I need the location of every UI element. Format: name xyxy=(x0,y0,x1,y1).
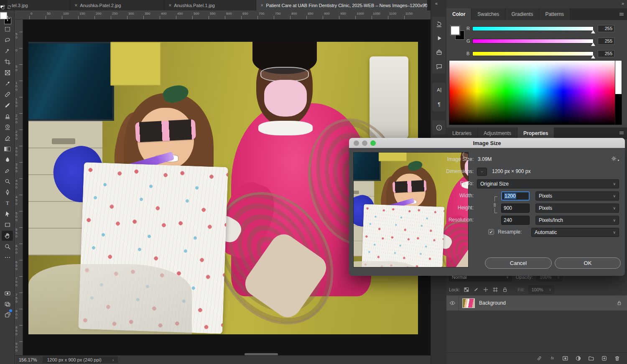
red-channel-value[interactable]: 255 xyxy=(598,25,614,32)
tab-patterns[interactable]: Patterns xyxy=(539,8,570,20)
foreground-color-swatch[interactable] xyxy=(0,12,7,19)
path-select-tool[interactable] xyxy=(2,209,13,219)
link-icon[interactable] xyxy=(536,355,543,361)
document-tab-2[interactable]: ×Anushka-Patel.2.jpg xyxy=(70,0,164,10)
eyedropper-tool[interactable] xyxy=(2,79,13,89)
tab-color[interactable]: Color xyxy=(446,8,472,20)
collapse-panels-icon[interactable]: » xyxy=(622,1,624,6)
tab-close-icon[interactable]: × xyxy=(260,3,263,8)
shape-tool[interactable] xyxy=(2,220,13,230)
color-spectrum-picker[interactable] xyxy=(449,60,622,125)
ellipsis-tool[interactable] xyxy=(2,252,13,262)
swap-colors-icon[interactable] xyxy=(7,5,12,10)
tab-adjustments[interactable]: Adjustments xyxy=(478,127,517,139)
lock-checker-icon[interactable] xyxy=(464,287,469,293)
green-channel-value[interactable]: 255 xyxy=(598,38,614,45)
color-panel-menu-icon[interactable] xyxy=(619,12,624,17)
comments-icon[interactable] xyxy=(435,62,443,71)
marquee-tool[interactable] xyxy=(2,24,13,34)
grayscale-ramp[interactable] xyxy=(615,61,622,125)
eraser-tool[interactable] xyxy=(2,133,13,143)
actions-icon[interactable] xyxy=(435,34,443,42)
status-chevron-icon[interactable]: › xyxy=(112,357,114,362)
character-icon[interactable]: A xyxy=(435,86,443,94)
dodge-tool[interactable] xyxy=(2,176,13,186)
tab-swatches[interactable]: Swatches xyxy=(472,8,505,20)
type-tool[interactable]: T xyxy=(2,198,13,208)
red-channel-slider[interactable] xyxy=(472,26,594,31)
window-close-icon[interactable] xyxy=(354,140,359,146)
tab-overflow-right-icon[interactable]: » xyxy=(421,2,429,7)
green-channel-slider[interactable] xyxy=(472,39,594,43)
gradient-tool[interactable] xyxy=(2,144,13,154)
share-button[interactable] xyxy=(2,310,13,320)
red-slider-handle[interactable] xyxy=(591,30,595,33)
resolution-unit-dropdown[interactable]: Pixels/Inch∨ xyxy=(535,216,619,225)
tab-properties[interactable]: Properties xyxy=(517,127,554,139)
blur-tool[interactable] xyxy=(2,155,13,165)
link-dimensions-icon[interactable] xyxy=(491,201,498,208)
smudge-tool[interactable] xyxy=(2,165,13,176)
ok-button[interactable]: OK xyxy=(555,257,621,269)
resample-dropdown[interactable]: Automatic∨ xyxy=(531,228,619,237)
screen-mode-button[interactable] xyxy=(2,299,13,309)
lock-brush-small-icon[interactable] xyxy=(473,287,479,293)
tab-close-icon[interactable]: × xyxy=(168,3,171,8)
dialog-options-gear-icon[interactable] xyxy=(611,155,619,162)
document-tab-1[interactable]: tel.3.jpg xyxy=(8,0,70,10)
fill-dropdown[interactable]: 100%∨ xyxy=(528,285,554,294)
green-slider-handle[interactable] xyxy=(591,43,595,46)
fx-icon[interactable]: fx xyxy=(549,355,556,361)
healing-tool[interactable] xyxy=(2,89,13,99)
window-zoom-icon[interactable] xyxy=(370,140,376,146)
history-icon[interactable] xyxy=(435,20,443,28)
zoom-level-field[interactable]: 156.17% xyxy=(19,357,37,362)
window-minimize-icon[interactable] xyxy=(362,140,367,146)
blue-channel-slider[interactable] xyxy=(472,51,594,56)
wand-tool[interactable] xyxy=(2,46,13,56)
zoom-tool[interactable] xyxy=(2,242,13,252)
tab-libraries[interactable]: Libraries xyxy=(446,127,478,139)
panel-foreground-swatch[interactable] xyxy=(451,26,460,35)
brush-tool[interactable] xyxy=(2,100,13,110)
layer-visibility-eye-icon[interactable] xyxy=(446,295,459,311)
lock-move-small-icon[interactable] xyxy=(483,287,489,293)
layer-thumbnail[interactable] xyxy=(462,298,475,308)
layer-row-background[interactable]: Background xyxy=(446,295,627,311)
frame-tool[interactable] xyxy=(2,68,13,78)
layer-name[interactable]: Background xyxy=(479,300,617,306)
height-input[interactable]: 900 xyxy=(501,204,530,213)
new-layer-icon[interactable] xyxy=(601,355,607,361)
dimensions-dropdown-icon[interactable] xyxy=(477,168,487,176)
document-info[interactable]: 1200 px x 900 px (240 ppi) › xyxy=(43,356,118,363)
height-unit-dropdown[interactable]: Pixels∨ xyxy=(535,204,619,213)
cancel-button[interactable]: Cancel xyxy=(485,257,552,269)
trash-icon[interactable] xyxy=(614,355,620,361)
properties-panel-menu-icon[interactable] xyxy=(619,130,624,135)
lock-artboard-icon[interactable] xyxy=(492,287,498,293)
blue-slider-handle[interactable] xyxy=(591,55,595,59)
paragraph-icon[interactable]: ¶ xyxy=(435,100,443,108)
dialog-title-bar[interactable]: Image Size xyxy=(349,138,625,148)
pen-tool[interactable] xyxy=(2,187,13,197)
blue-channel-value[interactable]: 255 xyxy=(598,50,614,57)
width-input[interactable]: 1200 xyxy=(501,191,530,201)
quick-mask-button[interactable] xyxy=(2,288,13,298)
tab-close-icon[interactable]: × xyxy=(74,3,77,8)
tab-gradients[interactable]: Gradients xyxy=(505,8,539,20)
archive-icon[interactable] xyxy=(435,48,443,56)
clone-stamp-tool[interactable] xyxy=(2,111,13,121)
mask-icon[interactable] xyxy=(562,355,568,361)
resample-checkbox[interactable]: ✓ xyxy=(488,229,494,235)
info-icon[interactable] xyxy=(435,123,443,132)
default-colors-icon[interactable] xyxy=(0,5,5,9)
resolution-input[interactable]: 240 xyxy=(501,216,530,225)
panel-color-swatches[interactable] xyxy=(451,26,465,40)
lock-lock-icon[interactable] xyxy=(502,287,508,293)
collapse-dock-icon[interactable]: « xyxy=(435,1,437,6)
history-brush-tool[interactable] xyxy=(2,122,13,132)
lasso-tool[interactable] xyxy=(2,35,13,45)
hand-tool[interactable] xyxy=(2,231,13,241)
document-tab-4[interactable]: ×Patient Care at UAB Finn Dentistry Clin… xyxy=(256,0,428,10)
fit-to-dropdown[interactable]: Original Size∨ xyxy=(477,179,619,188)
